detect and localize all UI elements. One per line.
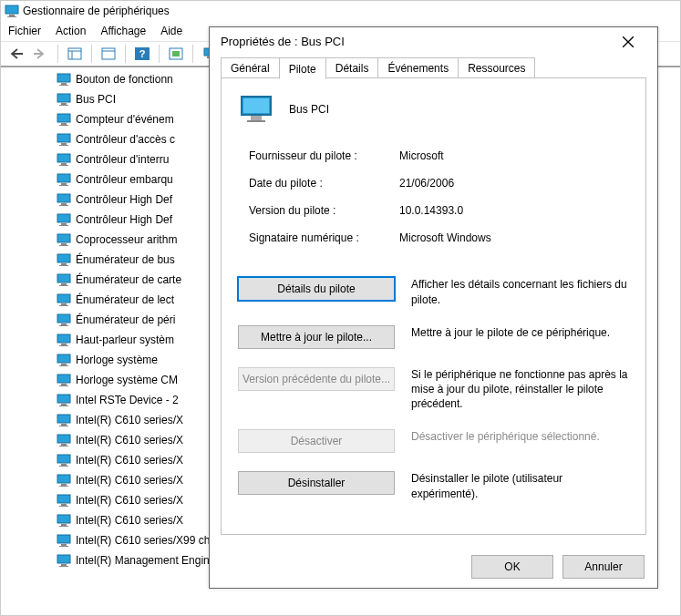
svg-rect-36 (61, 223, 67, 225)
svg-rect-53 (57, 334, 70, 343)
svg-rect-59 (57, 375, 70, 383)
tree-item-label: Haut-parleur systèm (76, 334, 174, 346)
svg-rect-23 (57, 134, 70, 142)
svg-rect-73 (59, 466, 68, 467)
svg-rect-56 (57, 354, 70, 363)
svg-rect-58 (59, 365, 68, 366)
dlg-title-text: Propriétés de : Bus PCI (221, 35, 345, 48)
tree-item-label: Intel(R) C610 series/X (76, 494, 183, 507)
driver-actions: Détails du pilote Afficher les détails c… (238, 277, 629, 500)
svg-rect-18 (61, 103, 67, 105)
uninstall-desc: Désinstaller le pilote (utilisateur expé… (411, 471, 629, 500)
tree-item-label: Coprocesseur arithm (76, 233, 177, 246)
tree-item-label: Énumérateur de carte (76, 273, 181, 286)
svg-rect-85 (59, 546, 68, 547)
update-driver-desc: Mettre à jour le pilote de ce périphériq… (411, 325, 629, 340)
tree-item-label: Contrôleur High Def (76, 213, 172, 226)
svg-text:?: ? (139, 48, 146, 59)
svg-rect-69 (61, 444, 67, 446)
tree-item-label: Énumérateur de lect (76, 293, 174, 306)
svg-rect-33 (61, 203, 67, 205)
separator (192, 45, 193, 63)
svg-rect-94 (247, 120, 265, 122)
svg-rect-14 (57, 74, 70, 82)
svg-rect-42 (61, 263, 67, 265)
tree-item-label: Intel RSTe Device - 2 (76, 394, 179, 406)
close-icon (623, 36, 634, 47)
svg-rect-6 (102, 48, 115, 59)
ok-button[interactable]: OK (471, 555, 553, 579)
driver-signer-value: Microsoft Windows (399, 231, 491, 244)
svg-rect-19 (59, 105, 68, 106)
dm-titlebar: Gestionnaire de périphériques (1, 1, 680, 21)
svg-rect-46 (59, 285, 68, 286)
svg-rect-48 (61, 303, 67, 305)
svg-rect-1 (9, 15, 15, 16)
tab-details[interactable]: Détails (325, 57, 379, 78)
driver-signer-label: Signataire numérique : (249, 231, 399, 244)
svg-rect-15 (61, 83, 67, 85)
driver-version-value: 10.0.14393.0 (399, 204, 463, 217)
svg-rect-35 (57, 214, 70, 222)
driver-details-button[interactable]: Détails du pilote (238, 277, 395, 301)
tree-item-label: Intel(R) C610 series/X (76, 474, 183, 487)
svg-rect-79 (59, 506, 68, 507)
svg-rect-50 (57, 314, 70, 323)
svg-rect-60 (61, 384, 67, 385)
dlg-tabs: Général Pilote Détails Événements Ressou… (221, 56, 646, 78)
tree-item-label: Horloge système CM (76, 374, 178, 386)
separator (91, 45, 92, 63)
driver-info: Fournisseur du pilote : Microsoft Date d… (238, 142, 629, 252)
cancel-button[interactable]: Annuler (562, 555, 645, 579)
forward-button[interactable] (30, 44, 52, 64)
svg-rect-51 (61, 323, 67, 325)
svg-rect-44 (57, 274, 70, 282)
tab-driver[interactable]: Pilote (279, 57, 326, 79)
device-header: Bus PCI (238, 93, 629, 126)
help-button[interactable]: ? (131, 44, 153, 64)
separator (125, 45, 126, 63)
driver-date-value: 21/06/2006 (399, 177, 454, 190)
svg-rect-55 (59, 345, 68, 346)
svg-rect-78 (61, 504, 67, 506)
svg-rect-75 (61, 484, 67, 486)
svg-rect-92 (243, 98, 269, 113)
tree-item-label: Bouton de fonctionn (76, 73, 173, 86)
svg-rect-41 (57, 254, 70, 262)
tab-resources[interactable]: Ressources (458, 57, 535, 78)
svg-rect-71 (57, 455, 70, 463)
tab-events[interactable]: Événements (377, 57, 459, 78)
driver-version-label: Version du pilote : (249, 204, 399, 217)
svg-rect-37 (59, 225, 68, 226)
svg-rect-86 (57, 555, 70, 563)
driver-provider-value: Microsoft (399, 149, 444, 162)
svg-rect-80 (57, 515, 70, 523)
svg-rect-26 (57, 154, 70, 162)
svg-rect-22 (59, 125, 68, 126)
menu-view[interactable]: Affichage (100, 25, 146, 37)
back-button[interactable] (5, 44, 26, 64)
menu-action[interactable]: Action (56, 25, 86, 37)
uninstall-button[interactable]: Désinstaller (238, 471, 395, 495)
menu-help[interactable]: Aide (160, 25, 182, 37)
tree-item-label: Énumérateur de bus (76, 253, 175, 266)
svg-rect-83 (57, 535, 70, 543)
svg-rect-24 (61, 143, 67, 145)
svg-rect-84 (61, 544, 67, 546)
svg-rect-52 (59, 325, 68, 326)
close-button[interactable] (610, 31, 646, 53)
driver-details-desc: Afficher les détails concernant les fich… (411, 277, 629, 306)
properties-button[interactable] (98, 44, 119, 64)
svg-rect-34 (59, 205, 68, 206)
svg-rect-28 (59, 165, 68, 166)
svg-rect-66 (61, 424, 67, 426)
dlg-titlebar: Propriétés de : Bus PCI (210, 27, 657, 56)
svg-rect-3 (68, 48, 81, 59)
update-driver-button[interactable]: Mettre à jour le pilote... (238, 325, 395, 349)
scan-button[interactable] (165, 44, 187, 64)
driver-panel: Bus PCI Fournisseur du pilote : Microsof… (221, 77, 646, 534)
tab-general[interactable]: Général (221, 57, 280, 78)
menu-file[interactable]: Fichier (8, 25, 41, 37)
svg-rect-82 (59, 526, 68, 527)
show-hide-tree-button[interactable] (64, 44, 86, 64)
